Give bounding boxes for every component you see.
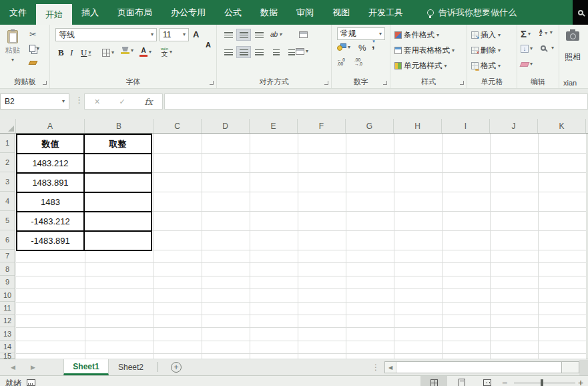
styles-dialog-launcher[interactable] bbox=[460, 81, 464, 85]
column-header-C[interactable]: C bbox=[154, 119, 202, 133]
row-header-13[interactable]: 13 bbox=[0, 327, 15, 341]
row-header-11[interactable]: 11 bbox=[0, 302, 15, 315]
conditional-formatting-button[interactable]: 条件格式 ▾ bbox=[394, 30, 439, 40]
merge-center-button[interactable]: ▾ bbox=[296, 48, 308, 55]
align-center-button[interactable] bbox=[236, 46, 251, 58]
row-header-10[interactable]: 10 bbox=[0, 288, 15, 302]
top-align-button[interactable] bbox=[221, 29, 236, 41]
align-right-button[interactable] bbox=[252, 46, 266, 58]
tell-me-box[interactable]: 告诉我你想要做什么 bbox=[427, 0, 517, 25]
format-as-table-button[interactable]: 套用表格格式 ▾ bbox=[394, 45, 455, 55]
column-header-B[interactable]: B bbox=[85, 119, 154, 133]
row-header-6[interactable]: 6 bbox=[0, 230, 15, 250]
cell-A5[interactable]: -1483.212 bbox=[17, 212, 85, 232]
row-header-9[interactable]: 9 bbox=[0, 276, 15, 288]
row-header-5[interactable]: 5 bbox=[0, 211, 15, 230]
sheet-tab-sheet2[interactable]: Sheet2 bbox=[109, 359, 153, 375]
tab-data[interactable]: 数据 bbox=[251, 0, 287, 25]
horizontal-scrollbar[interactable]: ◀ bbox=[384, 361, 579, 373]
formula-input[interactable] bbox=[164, 93, 588, 110]
name-box-dropdown-icon[interactable]: ▾ bbox=[62, 99, 65, 104]
column-header-F[interactable]: F bbox=[298, 119, 346, 133]
bold-button[interactable]: B bbox=[58, 47, 64, 58]
copy-button[interactable]: ▾ bbox=[29, 45, 39, 52]
tab-office-special[interactable]: 办公专用 bbox=[162, 0, 215, 25]
find-select-button[interactable]: ▾ bbox=[541, 45, 554, 51]
column-header-H[interactable]: H bbox=[394, 119, 442, 133]
cell-styles-button[interactable]: 单元格样式 ▾ bbox=[394, 61, 447, 71]
select-all-corner[interactable] bbox=[0, 119, 16, 133]
middle-align-button[interactable] bbox=[236, 29, 251, 41]
scrollbar-thumb[interactable] bbox=[396, 362, 562, 373]
tab-formulas[interactable]: 公式 bbox=[215, 0, 251, 25]
zoom-in-button[interactable]: + bbox=[578, 377, 583, 386]
insert-function-icon[interactable]: fx bbox=[144, 97, 152, 107]
prev-sheet-icon[interactable]: ◀ bbox=[11, 364, 15, 371]
enter-icon[interactable]: ✓ bbox=[119, 98, 125, 106]
format-painter-button[interactable] bbox=[29, 61, 37, 65]
paste-button[interactable]: 粘贴 ▾ bbox=[5, 30, 20, 63]
cell-A4[interactable]: 1483 bbox=[17, 193, 85, 212]
column-header-E[interactable]: E bbox=[250, 119, 298, 133]
cell-A1[interactable]: 数值 bbox=[17, 135, 85, 154]
cell-B3[interactable] bbox=[85, 174, 152, 193]
tab-home[interactable]: 开始 bbox=[36, 4, 72, 25]
zoom-out-button[interactable]: − bbox=[502, 377, 507, 386]
cell-B1[interactable]: 取整 bbox=[85, 135, 152, 154]
add-sheet-button[interactable]: + bbox=[171, 362, 182, 373]
tab-file[interactable]: 文件 bbox=[0, 0, 36, 25]
column-header-D[interactable]: D bbox=[202, 119, 250, 133]
bottom-align-button[interactable] bbox=[252, 29, 266, 41]
number-dialog-launcher[interactable] bbox=[383, 81, 387, 85]
fill-color-button[interactable]: ▾ bbox=[121, 47, 133, 54]
font-dialog-launcher[interactable] bbox=[210, 81, 214, 85]
align-left-button[interactable] bbox=[221, 46, 236, 58]
tab-view[interactable]: 视图 bbox=[323, 0, 359, 25]
formula-bar-resize-handle[interactable]: ⋮ bbox=[75, 95, 83, 105]
sheet-tab-sheet1[interactable]: Sheet1 bbox=[63, 359, 109, 375]
row-header-1[interactable]: 1 bbox=[0, 134, 15, 153]
sort-filter-button[interactable]: AZ ▼ ▾ bbox=[539, 29, 553, 36]
next-sheet-icon[interactable]: ▶ bbox=[31, 364, 35, 371]
row-header-7[interactable]: 7 bbox=[0, 250, 15, 262]
scroll-left-icon[interactable]: ◀ bbox=[385, 362, 396, 373]
italic-button[interactable]: I bbox=[70, 47, 73, 58]
column-header-A[interactable]: A bbox=[16, 119, 85, 133]
font-color-button[interactable]: A ▾ bbox=[139, 47, 152, 57]
delete-cells-button[interactable]: × 删除 ▾ bbox=[471, 45, 501, 55]
clipboard-dialog-launcher[interactable] bbox=[43, 81, 47, 85]
row-header-8[interactable]: 8 bbox=[0, 262, 15, 276]
insert-cells-button[interactable]: ↘ 插入 ▾ bbox=[471, 30, 501, 40]
column-header-K[interactable]: K bbox=[538, 119, 586, 133]
page-break-view-button[interactable] bbox=[475, 376, 499, 386]
tab-developer[interactable]: 开发工具 bbox=[359, 0, 412, 25]
camera-button[interactable] bbox=[566, 31, 579, 41]
wrap-text-button[interactable] bbox=[296, 29, 310, 41]
cut-button[interactable]: ✂ bbox=[29, 30, 37, 39]
scrollbar-resize-handle[interactable]: ⋮ bbox=[372, 363, 380, 372]
font-name-combo[interactable]: 等线 ▾ bbox=[55, 28, 157, 41]
cell-B4[interactable] bbox=[85, 193, 152, 212]
cell-B2[interactable] bbox=[85, 154, 152, 174]
zoom-slider-track[interactable] bbox=[514, 383, 575, 383]
cell-A6[interactable]: -1483.891 bbox=[17, 232, 85, 251]
cancel-icon[interactable]: × bbox=[94, 96, 99, 107]
row-header-15[interactable]: 15 bbox=[0, 353, 15, 359]
alignment-dialog-launcher[interactable] bbox=[324, 81, 328, 85]
format-cells-button[interactable]: ▂ 格式 ▾ bbox=[471, 61, 501, 71]
row-header-12[interactable]: 12 bbox=[0, 315, 15, 327]
zoom-slider-thumb[interactable] bbox=[541, 379, 543, 386]
fill-button[interactable]: ↓ ▾ bbox=[521, 45, 533, 53]
row-header-2[interactable]: 2 bbox=[0, 153, 15, 172]
phonetic-guide-button[interactable]: wén 文 ▾ bbox=[161, 47, 172, 57]
macro-record-icon[interactable] bbox=[27, 379, 35, 386]
cell-B5[interactable] bbox=[85, 212, 152, 232]
column-header-J[interactable]: J bbox=[490, 119, 538, 133]
autosum-button[interactable]: Σ ▾ bbox=[521, 29, 531, 39]
search-button[interactable] bbox=[573, 0, 588, 25]
increase-decimal-button[interactable]: ←.0 .00 bbox=[337, 58, 345, 66]
cell-A2[interactable]: 1483.212 bbox=[17, 154, 85, 174]
tab-review[interactable]: 审阅 bbox=[287, 0, 323, 25]
borders-button[interactable]: ▾ bbox=[102, 49, 114, 57]
tab-page-layout[interactable]: 页面布局 bbox=[108, 0, 162, 25]
